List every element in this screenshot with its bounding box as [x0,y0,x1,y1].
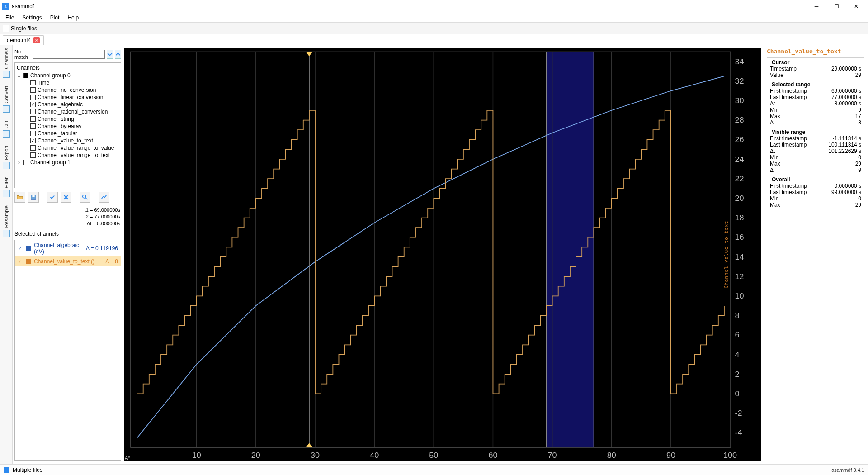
channel-checkbox[interactable] [30,131,36,136]
channel-label: Time [38,80,49,86]
side-tab-channels[interactable]: Channels [4,48,9,69]
status-bar: Multiple files asammdf 3.4.1 [0,464,868,475]
side-tab-convert[interactable]: Convert [4,86,9,104]
file-tabs: demo.mf4 ✕ [0,34,868,45]
maximize-button[interactable]: ☐ [826,0,846,13]
minimize-button[interactable]: ─ [807,0,826,13]
side-tab-cut[interactable]: Cut [4,121,9,128]
check-all-button[interactable] [47,192,58,203]
save-button[interactable] [28,192,39,203]
channels-icon [3,71,10,78]
channels-panel: No match Channels ⌄ Channel group 0 [13,45,124,464]
channel-label: Channel_value_range_to_text [38,152,110,158]
channel-visibility-checkbox[interactable] [18,246,23,251]
close-button[interactable]: ✕ [846,0,866,13]
channel-checkbox[interactable] [30,152,36,158]
tree-group-0[interactable]: ⌄ Channel group 0 [17,72,119,79]
plot-area[interactable]: 102030405060708090100-4-2024681012141618… [124,48,761,461]
svg-text:0: 0 [735,389,739,398]
menubar: File Settings Plot Help [0,13,868,23]
export-icon [3,162,10,169]
svg-text:18: 18 [735,214,744,222]
cut-icon [3,130,10,138]
expand-icon[interactable]: › [17,159,21,166]
channel-checkbox[interactable] [30,116,36,122]
tree-item[interactable]: Channel_value_range_to_value [24,144,119,152]
stats-channel-name: Channel_value_to_text [767,48,864,55]
channel-label: Channel_algebraic [38,101,83,108]
resample-icon [3,230,10,237]
search-input[interactable] [33,50,105,59]
plot-button[interactable] [99,192,109,203]
file-tab-name: demo.mf4 [7,37,31,43]
svg-text:10: 10 [192,451,201,459]
file-tab[interactable]: demo.mf4 ✕ [3,35,44,45]
tree-group-label: Channel group 1 [30,159,71,166]
tree-item[interactable]: Channel_bytearay [24,123,119,130]
tree-item[interactable]: Channel_tabular [24,130,119,137]
side-tab-filter[interactable]: Filter [4,177,9,188]
channel-checkbox[interactable] [30,87,36,93]
channel-checkbox[interactable] [30,80,36,86]
selected-channel-row[interactable]: Channel_value_to_text () Δ = 8 [15,256,121,266]
search-prev-button[interactable] [115,50,121,59]
svg-text:16: 16 [735,233,744,242]
tree-item[interactable]: Channel_value_range_to_text [24,152,119,159]
channel-label: Channel_string [38,116,74,122]
channel-delta: Δ = 8 [105,258,118,265]
uncheck-all-button[interactable] [61,192,71,203]
channel-checkbox[interactable] [30,138,36,143]
channel-label: Channel_no_conversion [38,87,96,93]
channel-checkbox[interactable] [30,95,36,100]
menu-file[interactable]: File [2,14,18,22]
folder-open-icon [17,194,23,200]
tree-item[interactable]: Channel_linear_conversion [24,94,119,101]
svg-text:30: 30 [735,96,744,105]
tree-item[interactable]: Time [24,79,119,86]
channel-name: Channel_value_to_text () [34,258,103,265]
channel-label: Channel_value_to_text [38,138,93,144]
file-tab-close-icon[interactable]: ✕ [33,37,40,43]
search-status: No match [14,49,28,60]
channel-tree[interactable]: Channels ⌄ Channel group 0 TimeChannel_n… [14,62,121,188]
group-checkbox[interactable] [23,73,28,78]
svg-text:2: 2 [735,370,739,378]
svg-text:4: 4 [735,350,739,359]
mode-label[interactable]: Single files [11,25,37,32]
search-button[interactable] [80,192,90,203]
status-left[interactable]: Multiple files [13,467,42,473]
tree-group-1[interactable]: › Channel group 1 [17,159,119,166]
expand-icon[interactable]: ⌄ [17,72,21,79]
chevron-down-icon [107,52,113,57]
tree-item[interactable]: Channel_rational_conversion [24,108,119,115]
chevron-up-icon [115,52,121,57]
group-checkbox[interactable] [23,160,28,165]
side-tab-export[interactable]: Export [4,146,9,160]
menu-plot[interactable]: Plot [47,14,63,22]
svg-text:6: 6 [735,331,739,339]
menu-settings[interactable]: Settings [19,14,45,22]
side-tab-resample[interactable]: Resample [4,205,9,228]
color-swatch[interactable] [26,259,31,264]
tree-item[interactable]: Channel_value_to_text [24,137,119,144]
menu-help[interactable]: Help [64,14,82,22]
channel-checkbox[interactable] [30,109,36,114]
channel-label: Channel_bytearay [38,123,81,129]
channel-visibility-checkbox[interactable] [18,259,23,264]
channel-checkbox[interactable] [30,124,36,129]
svg-text:30: 30 [311,451,320,459]
tree-item[interactable]: Channel_string [24,115,119,123]
color-swatch[interactable] [26,246,31,251]
svg-line-3 [85,198,87,200]
channel-checkbox[interactable] [30,145,36,151]
tree-item[interactable]: Channel_no_conversion [24,86,119,94]
search-next-button[interactable] [107,50,113,59]
open-button[interactable] [14,192,25,203]
selected-channel-row[interactable]: Channel_algebraic (eV) Δ = 0.119196 [15,240,121,256]
side-toolbar: Channels Convert Cut Export Filter Resam… [0,45,13,464]
svg-text:8: 8 [735,311,739,320]
svg-text:26: 26 [735,135,744,144]
channel-checkbox[interactable] [30,102,36,107]
tree-group-label: Channel group 0 [30,72,71,79]
tree-item[interactable]: Channel_algebraic [24,101,119,108]
